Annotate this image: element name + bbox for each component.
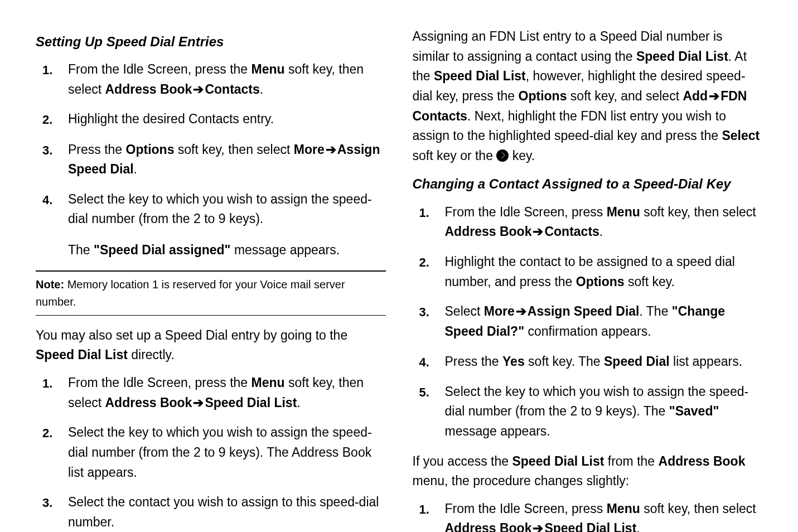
list-item: 2. Select the key to which you wish to a… [36, 423, 386, 482]
step-number: 3. [36, 492, 68, 532]
list-item: 4. Press the Yes soft key. The Speed Dia… [413, 352, 763, 372]
arrow-icon: ➔ [192, 393, 205, 413]
list-item: 1. From the Idle Screen, press Menu soft… [413, 202, 763, 242]
step-text: Highlight the contact to be assigned to … [445, 252, 763, 292]
right-column: Assigning an FDN List entry to a Speed D… [413, 27, 763, 532]
step-number: 2. [36, 423, 68, 482]
list-item: 1. From the Idle Screen, press the Menu … [36, 373, 386, 413]
document-page: Setting Up Speed Dial Entries 1. From th… [0, 0, 798, 532]
step-text: Select the key to which you wish to assi… [68, 190, 386, 260]
paragraph: You may also set up a Speed Dial entry b… [36, 326, 386, 365]
divider [36, 315, 386, 316]
arrow-icon: ➔ [325, 140, 337, 160]
subheading-setting-up: Setting Up Speed Dial Entries [36, 31, 386, 52]
list-item: 1. From the Idle Screen, press Menu soft… [413, 499, 763, 532]
step-number: 4. [413, 352, 445, 372]
step-number: 2. [413, 252, 445, 292]
arrow-icon: ➔ [531, 519, 544, 532]
paragraph-fdn: Assigning an FDN List entry to a Speed D… [413, 27, 763, 166]
step-number: 1. [413, 202, 445, 242]
step-number: 5. [413, 382, 445, 442]
ok-key-icon [496, 149, 509, 162]
step-number: 3. [36, 140, 68, 180]
list-item: 1. From the Idle Screen, press the Menu … [36, 60, 386, 99]
step-text: From the Idle Screen, press the Menu sof… [68, 60, 386, 99]
list-item: 2. Highlight the contact to be assigned … [413, 252, 763, 292]
arrow-icon: ➔ [515, 302, 528, 322]
step-text: Select the contact you wish to assign to… [68, 492, 386, 532]
step-text: Press the Options soft key, then select … [68, 140, 386, 180]
step-text: Select the key to which you wish to assi… [68, 423, 386, 482]
list-item: 3. Select More ➔ Assign Speed Dial. The … [413, 302, 763, 341]
step-number: 4. [36, 190, 68, 260]
note-text: Memory location 1 is reserved for your V… [36, 278, 345, 308]
arrow-icon: ➔ [708, 86, 720, 107]
arrow-icon: ➔ [192, 80, 205, 100]
list-item: 5. Select the key to which you wish to a… [413, 382, 763, 442]
arrow-icon: ➔ [531, 222, 544, 242]
step-subtext: The "Speed Dial assigned" message appear… [68, 240, 386, 260]
list-item: 3. Press the Options soft key, then sele… [36, 140, 386, 180]
left-column: Setting Up Speed Dial Entries 1. From th… [36, 27, 386, 532]
step-text: From the Idle Screen, press Menu soft ke… [445, 202, 763, 242]
steps-alt-procedure: 1. From the Idle Screen, press Menu soft… [413, 499, 763, 532]
step-number: 1. [36, 60, 68, 99]
note-block: Note: Memory location 1 is reserved for … [36, 276, 386, 311]
list-item: 2. Highlight the desired Contacts entry. [36, 109, 386, 129]
steps-setting-up: 1. From the Idle Screen, press the Menu … [36, 60, 386, 260]
steps-direct-list: 1. From the Idle Screen, press the Menu … [36, 373, 386, 532]
step-text: From the Idle Screen, press the Menu sof… [68, 373, 386, 413]
step-text: Select More ➔ Assign Speed Dial. The "Ch… [445, 302, 763, 341]
step-number: 2. [36, 109, 68, 129]
step-number: 3. [413, 302, 445, 341]
two-column-layout: Setting Up Speed Dial Entries 1. From th… [36, 27, 762, 532]
step-number: 1. [36, 373, 68, 413]
paragraph: If you access the Speed Dial List from t… [413, 452, 763, 491]
note-label: Note: [36, 278, 64, 291]
step-text: Press the Yes soft key. The Speed Dial l… [445, 352, 763, 372]
step-text: From the Idle Screen, press Menu soft ke… [445, 499, 763, 532]
list-item: 4. Select the key to which you wish to a… [36, 190, 386, 260]
divider [36, 270, 386, 272]
steps-changing: 1. From the Idle Screen, press Menu soft… [413, 202, 763, 442]
step-number: 1. [413, 499, 445, 532]
step-text: Highlight the desired Contacts entry. [68, 109, 386, 129]
step-text: Select the key to which you wish to assi… [445, 382, 763, 442]
subheading-changing: Changing a Contact Assigned to a Speed-D… [413, 173, 763, 194]
list-item: 3. Select the contact you wish to assign… [36, 492, 386, 532]
